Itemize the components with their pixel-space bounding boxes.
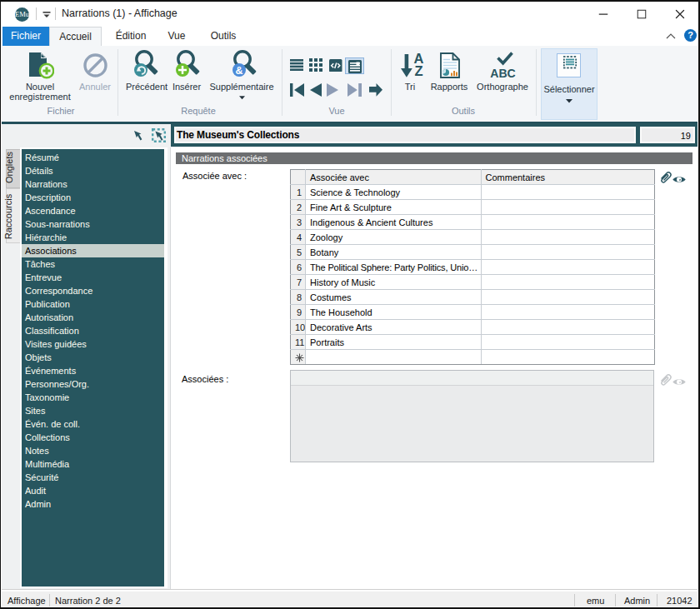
svg-text:Z: Z xyxy=(414,63,422,78)
svg-text:&: & xyxy=(235,65,242,77)
svg-text:ABC: ABC xyxy=(490,66,516,78)
